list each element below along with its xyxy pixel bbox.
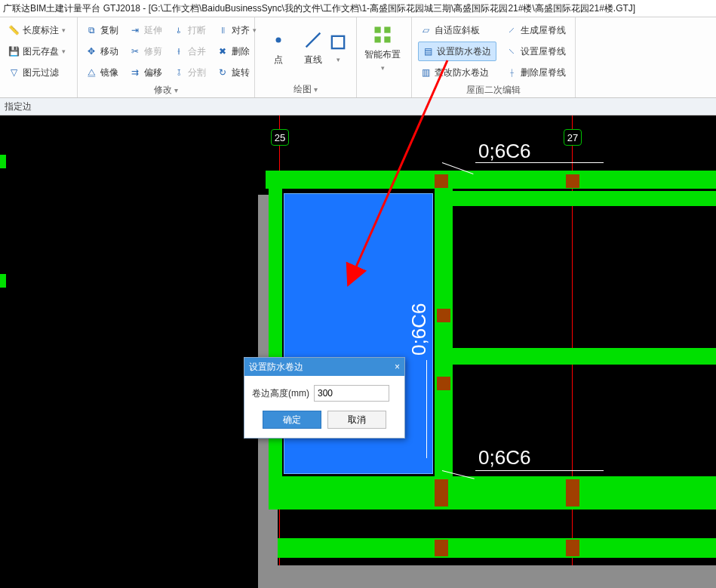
extend-icon: ⇥ — [129, 24, 141, 36]
disk-icon: 💾 — [8, 45, 20, 57]
set-waterproof-button[interactable]: ▤设置防水卷边 — [418, 42, 496, 61]
delete-button[interactable]: ✖删除 — [215, 42, 258, 61]
copy-button[interactable]: ⧉复制 — [84, 20, 120, 40]
filter-element-button[interactable]: ▽图元过滤 — [6, 63, 71, 82]
break-icon: ⫰ — [173, 24, 185, 36]
axis-marker: 25 — [271, 129, 289, 146]
wall — [269, 187, 282, 494]
draw-more-button[interactable]: ▾ — [330, 20, 346, 75]
draw-group-label[interactable]: 绘图 — [261, 82, 350, 96]
slab-icon: ▱ — [419, 24, 432, 36]
waterproof-icon: ▤ — [422, 45, 434, 57]
setridge-icon: ⟍ — [506, 45, 518, 57]
waterproof-dialog: 设置防水卷边 × 卷边高度(mm) 确定 取消 — [244, 357, 405, 439]
delete-icon: ✖ — [217, 45, 229, 57]
offset-icon: ⇉ — [129, 66, 141, 79]
merge-icon: ⫲ — [173, 45, 185, 57]
svg-rect-5 — [375, 36, 381, 42]
hatch — [435, 540, 448, 556]
wall — [269, 493, 716, 509]
roof-group-label: 屋面二次编辑 — [418, 82, 569, 97]
svg-rect-3 — [375, 26, 381, 32]
delridge-icon: ⟊ — [506, 66, 518, 79]
svg-rect-2 — [332, 36, 344, 48]
ok-button[interactable]: 确定 — [263, 411, 321, 429]
window-title: 广联达BIM土建计量平台 GTJ2018 - [G:\工作文档\BaiduBus… — [0, 0, 716, 17]
drawing-canvas[interactable]: 0;6C6 0;6C6 0;6C6 25 27 设置防水卷边 × 卷边高度(mm… — [0, 115, 716, 588]
line-button[interactable]: 直线 — [296, 20, 330, 75]
mirror-icon: ⧋ — [85, 66, 97, 79]
leader — [475, 470, 604, 471]
funnel-icon: ▽ — [8, 66, 20, 79]
trim-button[interactable]: ✂修剪 — [128, 42, 164, 61]
modify-group-label[interactable]: 修改 — [84, 82, 248, 97]
point-icon — [268, 29, 289, 51]
height-label: 卷边高度(mm) — [252, 387, 309, 400]
rotate-icon: ↻ — [217, 66, 229, 79]
wall — [451, 191, 716, 206]
dim-label: 0;6C6 — [478, 140, 530, 163]
offset-button[interactable]: ⇉偏移 — [128, 63, 164, 82]
dim-label: 0;6C6 — [407, 303, 431, 356]
ribbon: 📏长度标注 ▾ 💾图元存盘 ▾ ▽图元过滤 ⧉复制 ⇥延伸 ⫰打断 ⫴对齐 ▾ … — [0, 17, 716, 98]
dim-label: 0;6C6 — [478, 446, 530, 469]
svg-rect-4 — [384, 26, 390, 32]
hatch — [566, 540, 579, 556]
move-button[interactable]: ✥移动 — [84, 42, 120, 61]
grid-icon — [372, 24, 393, 45]
axis-marker: 27 — [564, 129, 582, 146]
dialog-titlebar[interactable]: 设置防水卷边 × — [244, 358, 404, 376]
align-button[interactable]: ⫴对齐 ▾ — [215, 20, 258, 40]
set-ridge-button[interactable]: ⟍设置屋脊线 — [504, 42, 569, 61]
rect-icon — [327, 32, 349, 53]
status-bar: 指定边 — [0, 98, 716, 115]
smart-layout-button[interactable]: 智能布置▾ — [363, 20, 402, 75]
ridge-icon: ⟋ — [506, 24, 518, 36]
move-icon: ✥ — [85, 45, 97, 57]
wall — [0, 155, 6, 168]
check-waterproof-button[interactable]: ▥查改防水卷边 — [418, 63, 496, 82]
wall — [451, 348, 716, 365]
extend-button[interactable]: ⇥延伸 — [128, 20, 164, 40]
point-button[interactable]: 点 — [261, 20, 296, 75]
svg-point-0 — [276, 37, 281, 42]
hatch — [437, 377, 450, 390]
leader — [475, 162, 604, 163]
align-icon: ⫴ — [217, 24, 229, 36]
check-icon: ▥ — [419, 66, 432, 79]
line-icon — [303, 29, 324, 51]
dialog-title: 设置防水卷边 — [249, 358, 303, 376]
copy-icon: ⧉ — [85, 24, 97, 36]
length-dim-button[interactable]: 📏长度标注 ▾ — [6, 20, 71, 40]
hatch — [435, 479, 448, 506]
rotate-button[interactable]: ↻旋转 — [215, 63, 258, 82]
wall — [435, 187, 453, 489]
ruler-icon: 📏 — [8, 24, 20, 36]
height-input[interactable] — [314, 385, 389, 402]
save-element-button[interactable]: 💾图元存盘 ▾ — [6, 42, 71, 61]
close-icon[interactable]: × — [395, 358, 400, 376]
split-button[interactable]: ⫱分割 — [171, 63, 207, 82]
break-button[interactable]: ⫰打断 — [171, 20, 207, 40]
wall — [269, 476, 716, 493]
hatch — [566, 174, 579, 188]
leader — [426, 360, 427, 458]
wall — [0, 274, 6, 288]
del-ridge-button[interactable]: ⟊删除屋脊线 — [504, 63, 569, 82]
auto-slope-button[interactable]: ▱自适应斜板 — [418, 20, 496, 40]
wall — [278, 538, 716, 558]
merge-button[interactable]: ⫲合并 — [171, 42, 207, 61]
wall — [266, 171, 716, 189]
svg-line-1 — [306, 32, 321, 47]
cancel-button[interactable]: 取消 — [327, 411, 386, 429]
wall — [258, 565, 716, 588]
gen-ridge-button[interactable]: ⟋生成屋脊线 — [504, 20, 569, 40]
svg-rect-6 — [384, 36, 390, 42]
split-icon: ⫱ — [173, 66, 185, 79]
trim-icon: ✂ — [129, 45, 141, 57]
hatch — [566, 479, 579, 506]
mirror-button[interactable]: ⧋镜像 — [84, 63, 120, 82]
hatch — [435, 174, 448, 188]
hatch — [437, 309, 450, 322]
